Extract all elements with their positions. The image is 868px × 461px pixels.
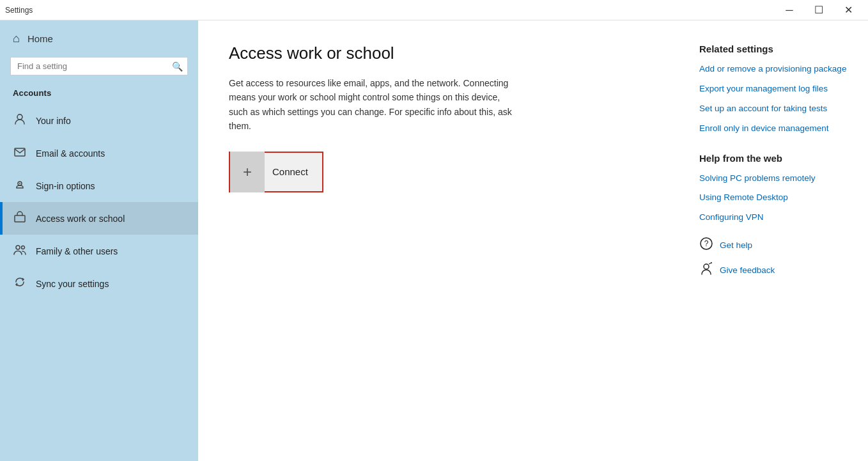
your-info-label: Your info (36, 116, 71, 126)
title-bar: Settings ─ ☐ ✕ (0, 0, 868, 20)
family-other-users-label: Family & other users (36, 246, 118, 256)
maximize-button[interactable]: ☐ (804, 0, 833, 20)
get-help-action[interactable]: ? Get help (699, 237, 853, 254)
help-title: Help from the web (699, 153, 853, 164)
main-content: Access work or school Get access to reso… (198, 20, 676, 461)
sidebar-item-sign-in-options[interactable]: Sign-in options (0, 169, 198, 202)
home-label: Home (27, 33, 53, 44)
svg-point-7 (22, 246, 25, 249)
page-title: Access work or school (229, 43, 646, 63)
give-feedback-icon (699, 262, 715, 279)
give-feedback-action[interactable]: Give feedback (699, 262, 853, 279)
svg-point-6 (16, 246, 20, 249)
link-provisioning-package[interactable]: Add or remove a provisioning package (699, 63, 853, 75)
your-info-icon (13, 113, 27, 129)
access-work-school-icon (13, 210, 27, 226)
search-icon: 🔍 (172, 61, 183, 72)
app-body: ⌂ Home 🔍 Accounts Your info (0, 20, 868, 461)
right-panel: Related settings Add or remove a provisi… (676, 20, 868, 461)
search-input[interactable] (10, 57, 188, 75)
sync-settings-label: Sync your settings (36, 279, 109, 289)
link-account-for-tests[interactable]: Set up an account for taking tests (699, 103, 853, 115)
connect-button[interactable]: + Connect (229, 152, 323, 192)
svg-point-4 (19, 183, 20, 184)
svg-point-12 (711, 262, 712, 263)
sidebar-item-sync-settings[interactable]: Sync your settings (0, 267, 198, 300)
svg-point-0 (17, 114, 22, 120)
svg-rect-2 (15, 148, 25, 156)
sidebar-item-your-info[interactable]: Your info (0, 104, 198, 137)
link-device-management[interactable]: Enroll only in device management (699, 123, 853, 135)
get-help-label: Get help (720, 240, 752, 250)
link-solving-pc-problems[interactable]: Solving PC problems remotely (699, 173, 853, 185)
svg-point-10 (704, 264, 709, 269)
email-accounts-icon (13, 145, 27, 161)
email-accounts-label: Email & accounts (36, 148, 105, 159)
home-icon: ⌂ (13, 32, 20, 45)
sidebar-item-home[interactable]: ⌂ Home (0, 20, 198, 57)
svg-rect-5 (15, 215, 25, 222)
sidebar-item-access-work-school[interactable]: Access work or school (0, 202, 198, 235)
sign-in-options-label: Sign-in options (36, 181, 95, 191)
close-button[interactable]: ✕ (833, 0, 863, 20)
connect-plus-icon: + (230, 152, 265, 192)
sync-settings-icon (13, 276, 27, 292)
access-work-school-label: Access work or school (36, 214, 125, 224)
sidebar: ⌂ Home 🔍 Accounts Your info (0, 20, 198, 461)
connect-label: Connect (272, 166, 313, 177)
sidebar-item-family-other-users[interactable]: Family & other users (0, 235, 198, 267)
link-export-log-files[interactable]: Export your management log files (699, 83, 853, 95)
window-controls: ─ ☐ ✕ (775, 0, 863, 20)
link-configuring-vpn[interactable]: Configuring VPN (699, 212, 853, 224)
family-other-users-icon (13, 243, 27, 259)
get-help-icon: ? (699, 237, 715, 254)
link-remote-desktop[interactable]: Using Remote Desktop (699, 192, 853, 204)
minimize-button[interactable]: ─ (775, 0, 804, 20)
sidebar-section-title: Accounts (0, 83, 198, 104)
app-title: Settings (5, 6, 33, 15)
give-feedback-label: Give feedback (720, 265, 775, 275)
sidebar-item-email-accounts[interactable]: Email & accounts (0, 137, 198, 169)
sign-in-options-icon (13, 178, 27, 194)
page-description: Get access to resources like email, apps… (229, 76, 516, 134)
related-settings-title: Related settings (699, 43, 853, 54)
search-container: 🔍 (10, 57, 188, 75)
svg-text:?: ? (704, 239, 709, 248)
